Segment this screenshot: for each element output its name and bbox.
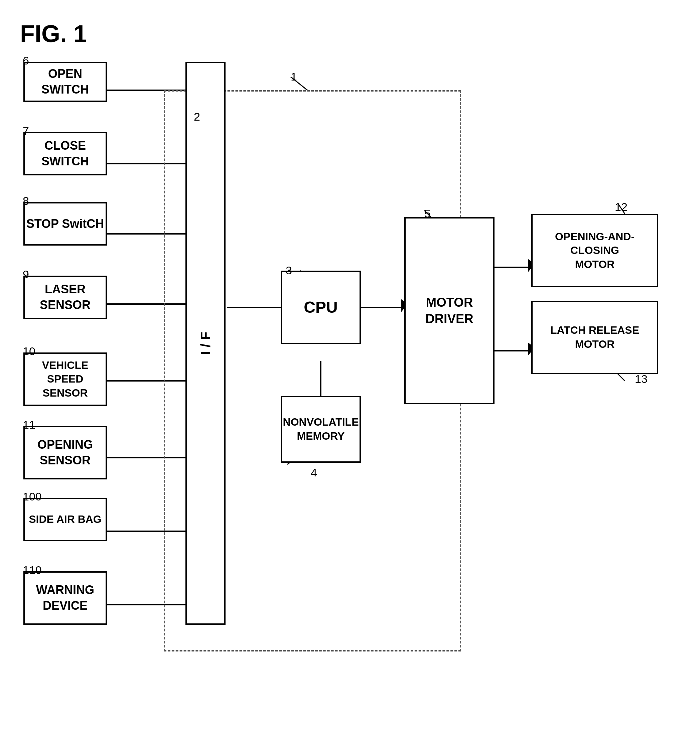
side-air-bag-box: SIDE AIR BAG xyxy=(24,498,107,541)
interface-bar: I / F xyxy=(185,62,225,625)
ref-12: 12 xyxy=(615,200,628,213)
ref-5: 5 xyxy=(424,207,431,220)
stop-switch-box: STOP SwitCH xyxy=(24,202,107,245)
opening-sensor-box: OPENINGSENSOR xyxy=(24,426,107,479)
ref-4: 4 xyxy=(311,466,317,479)
ref-10: 10 xyxy=(23,345,35,358)
close-switch-box: CLOSE SWITCH xyxy=(24,132,107,175)
ref-6: 6 xyxy=(23,54,29,67)
ref-1: 1 xyxy=(291,70,297,83)
ref-11: 11 xyxy=(23,418,35,431)
ref-7: 7 xyxy=(23,124,29,137)
ref-110: 110 xyxy=(23,564,42,577)
ref-9: 9 xyxy=(23,268,29,281)
ref-8: 8 xyxy=(23,194,29,207)
open-switch-box: OPEN SWITCH xyxy=(24,62,107,102)
laser-sensor-box: LASER SENSOR xyxy=(24,276,107,319)
ref-13: 13 xyxy=(635,372,647,385)
opening-closing-motor-box: OPENING-AND-CLOSINGMOTOR xyxy=(531,214,658,287)
cpu-box: CPU xyxy=(281,270,361,344)
figure-title: FIG. 1 xyxy=(20,20,87,47)
ref-2: 2 xyxy=(194,110,200,123)
nonvolatile-memory-box: NONVOLATILEMEMORY xyxy=(281,396,361,463)
motor-driver-box: MOTORDRIVER xyxy=(404,217,494,404)
latch-release-motor-box: LATCH RELEASEMOTOR xyxy=(531,301,658,374)
warning-device-box: WARNINGDEVICE xyxy=(24,571,107,625)
ref-100: 100 xyxy=(23,490,42,503)
vehicle-speed-sensor-box: VEHICLE SPEEDSENSOR xyxy=(24,353,107,406)
ref-3: 3 xyxy=(286,264,292,277)
